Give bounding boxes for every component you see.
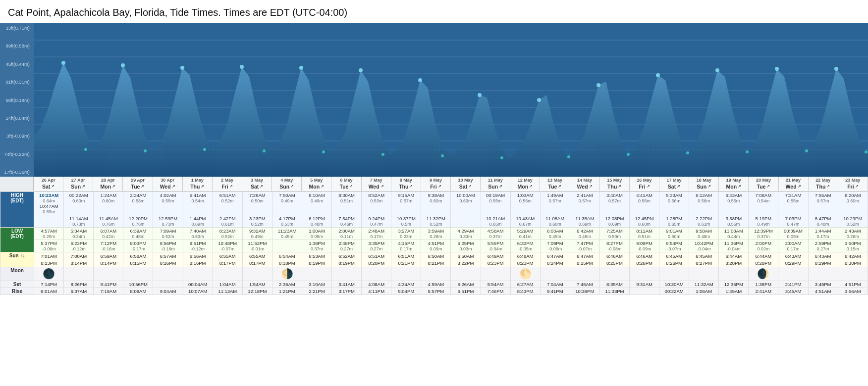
low-tide-2-13: 4:51PM0.09m: [421, 240, 451, 252]
moon-rise-10: 3:17PM: [332, 288, 362, 294]
sun-time-17: 6:47AM8:24PM: [540, 252, 570, 267]
moon-phase-16: 🌕: [510, 267, 540, 281]
tide-chart: 33ft(0.71m) 89ft(0.58m) 45ft(0.44m) 01ft…: [0, 23, 868, 177]
moon-phase-3: [123, 267, 153, 281]
low-tide-2-5: 9:51PM-0.12m: [183, 240, 213, 252]
date-cell-26[interactable]: 22 MayThu ↗: [809, 177, 838, 191]
date-cell-24[interactable]: 20 MayTue ↗: [749, 177, 778, 191]
moon-rise-18: 10:38PM: [570, 288, 599, 294]
high-tide-2-2: 11:45AM0.76m: [94, 215, 123, 228]
date-cell-14[interactable]: 10 MaySat ↗: [451, 177, 481, 191]
svg-point-13: [240, 65, 244, 69]
moon-rise-14: 6:51PM: [451, 288, 481, 294]
date-cell-22[interactable]: 18 MaySun ↗: [689, 177, 719, 191]
low-tide-2-2: 7:12PM-0.16m: [94, 240, 123, 252]
moon-set-6: 1:04AM: [213, 281, 242, 288]
date-cell-0[interactable]: 26 AprSat ↗: [34, 177, 63, 191]
moon-rise-3: 8:08AM: [123, 288, 153, 294]
svg-point-11: [121, 63, 125, 67]
low-tide-2-22: 10:42PM-0.04m: [689, 240, 719, 252]
date-cell-19[interactable]: 15 MayThu ↗: [600, 177, 630, 191]
date-cell-17[interactable]: 13 MayTue ↗: [540, 177, 570, 191]
sun-time-3: 6:58AM8:15PM: [123, 252, 153, 267]
high-tide-2-11: 9:24PM0.47m: [362, 215, 391, 228]
date-cell-7[interactable]: 3 MaySat ↗: [242, 177, 272, 191]
date-cell-11[interactable]: 7 MayWed ↗: [362, 177, 391, 191]
moon-rise-2: 7:19AM: [94, 288, 123, 294]
moon-set-26: 3:45PM: [808, 281, 838, 288]
low-tide-2-27: 3:50PM0.15m: [838, 240, 868, 252]
svg-point-15: [359, 68, 363, 72]
svg-point-35: [746, 150, 749, 153]
date-cell-16[interactable]: 12 MayMon ↗: [510, 177, 540, 191]
low-tide-2-1: 6:23PM-0.12m: [64, 240, 94, 252]
date-cell-4[interactable]: 30 AprWed ↗: [153, 177, 183, 191]
y-label-1: 33ft(0.71m): [2, 25, 32, 31]
date-cell-27[interactable]: 23 MayFri ↗: [838, 177, 868, 191]
moon-set-12: 4:34AM: [391, 281, 421, 288]
date-cell-8[interactable]: 4 MaySun ↗: [272, 177, 302, 191]
low-tide-2-7: 11:52PM-0.01m: [242, 240, 272, 252]
date-cell-13[interactable]: 9 MayFri ↗: [421, 177, 451, 191]
date-cell-25[interactable]: 21 MayWed ↗: [779, 177, 809, 191]
moon-phase-26: [808, 267, 838, 281]
sun-time-27: 6:42AM8:30PM: [838, 252, 868, 267]
moon-set-4: [153, 281, 183, 288]
svg-point-29: [381, 153, 384, 156]
svg-point-28: [322, 150, 325, 153]
date-cell-15[interactable]: 11 MaySun ↗: [481, 177, 510, 191]
date-cell-21[interactable]: 17 MaySat ↗: [659, 177, 689, 191]
y-axis: 33ft(0.71m) 89ft(0.58m) 45ft(0.44m) 01ft…: [0, 23, 34, 177]
moon-phase-4: [153, 267, 183, 281]
sun-time-5: 6:56AM8:16PM: [183, 252, 213, 267]
y-label-4: 01ft(0.31m): [2, 79, 32, 85]
svg-point-21: [715, 68, 719, 72]
low-tide-2-3: 8:03PM-0.17m: [123, 240, 153, 252]
date-cell-18[interactable]: 14 MayWed ↗: [570, 177, 600, 191]
low-tide-1-15: 4:58AM0.37m: [481, 228, 510, 240]
moon-rise-23: 1:45AM: [719, 288, 749, 294]
low-tide-1-11: 2:48AM0.17m: [362, 228, 391, 240]
y-label-9: 17ft(-0.36m): [2, 169, 32, 175]
high-tide-1-22: 6:12AM0.56m: [689, 192, 719, 215]
svg-point-17: [478, 93, 482, 97]
low-tide-2-18: 7:47PM-0.07m: [570, 240, 599, 252]
high-tide-2-21: 1:28PM0.65m: [659, 215, 689, 228]
date-cell-1[interactable]: 27 AprSun ↗: [63, 177, 93, 191]
low-tide-1-1: 5:34AM0.34m: [64, 228, 94, 240]
date-cell-3[interactable]: 29 AprTue ↗: [123, 177, 153, 191]
moon-set-19: 8:35AM: [599, 281, 629, 288]
sun-time-14: 6:50AM8:22PM: [451, 252, 481, 267]
low-tide-1-5: 7:40AM0.53m: [183, 228, 213, 240]
date-cell-9[interactable]: 5 MayMon ↗: [302, 177, 331, 191]
low-tide-2-14: 5:25PM0.03m: [451, 240, 481, 252]
set-label: Set: [0, 281, 34, 288]
sun-time-12: 6:51AM8:21PM: [391, 252, 421, 267]
date-cell-6[interactable]: 2 MayFri ↗: [213, 177, 242, 191]
date-cell-20[interactable]: 16 MayFri ↗: [630, 177, 659, 191]
date-cell-10[interactable]: 6 MayTue ↗: [331, 177, 361, 191]
low-tide-2-24: 2:00PM0.02m: [749, 240, 778, 252]
moon-rise-12: 5:04PM: [391, 288, 421, 294]
low-tide-2-16: 6:33PM-0.05m: [510, 240, 540, 252]
moon-phase-15: [481, 267, 510, 281]
low-tide-1-14: 4:29AM0.33m: [451, 228, 481, 240]
moon-rise-20: [629, 288, 659, 294]
low-tide-1-23: 11:08AM0.44m: [719, 228, 749, 240]
high-tide-1-21: 5:33AM0.56m: [659, 192, 689, 215]
moon-phase-5: [183, 267, 213, 281]
low-tide-2-21: 9:54PM-0.07m: [659, 240, 689, 252]
moon-phase-11: [362, 267, 391, 281]
low-tide-2-4: 8:56PM-0.16m: [153, 240, 183, 252]
moon-phase-6: [213, 267, 242, 281]
high-tide-1-14: 10:00AM0.63m: [451, 192, 481, 215]
date-cell-5[interactable]: 1 MayThu ↗: [183, 177, 213, 191]
high-tide-2-17: 11:08AM0.68m: [540, 215, 570, 228]
moon-rise-22: 1:06AM: [689, 288, 719, 294]
sun-time-9: 6:53AM8:19PM: [302, 252, 331, 267]
date-cell-23[interactable]: 19 MayMon ↗: [719, 177, 749, 191]
date-cell-2[interactable]: 28 AprMon ↗: [93, 177, 123, 191]
date-cell-12[interactable]: 8 MayThu ↗: [391, 177, 421, 191]
high-tide-1-25: 7:31AM0.55m: [778, 192, 808, 215]
moon-set-8: 2:36AM: [272, 281, 302, 288]
